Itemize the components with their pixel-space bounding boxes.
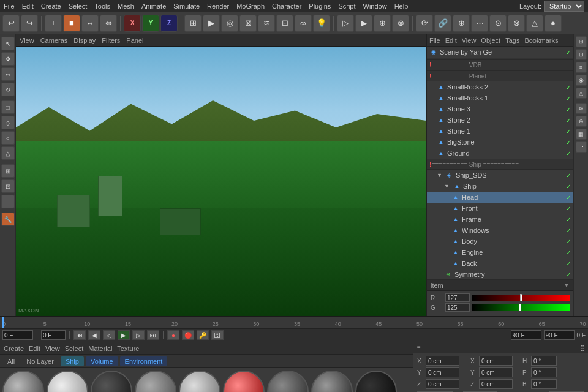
p-rot-field[interactable] [531,368,557,377]
obj-smallrocks1[interactable]: ▲ SmallRocks 1 ✓ [427,92,573,104]
redo-button[interactable]: ↪ [21,15,38,32]
obj-smallrocks2[interactable]: ▲ SmallRocks 2 ✓ [427,81,573,92]
obj-ground[interactable]: ▲ Ground ✓ [427,148,573,159]
obj-frame[interactable]: ▲ Frame ✓ [427,214,573,225]
menu-script[interactable]: Script [338,2,355,10]
mat-ball-2[interactable] [91,371,132,392]
r-slider[interactable] [472,295,570,301]
mat-menu-create[interactable]: Create [4,345,24,352]
obj-body[interactable]: ▲ Body ✓ [427,236,573,247]
animate7[interactable]: △ [526,15,543,32]
obj-ship-sds[interactable]: ▼ ◈ Ship_SDS ✓ [427,170,573,181]
layout-select[interactable]: Startup [544,1,584,12]
undo-button[interactable]: ↩ [2,15,20,32]
h-rot-field[interactable] [531,356,557,366]
y-size-field[interactable] [479,368,513,377]
mat-tab-volume[interactable]: Volume [86,356,118,366]
tool3[interactable]: ◎ [221,15,238,32]
current-frame-field[interactable] [41,330,66,340]
tool5[interactable]: ≋ [258,15,275,32]
timeline-ruler[interactable]: 0 5 10 15 20 25 30 35 40 45 50 55 60 65 … [0,317,588,329]
menu-animate[interactable]: Animate [141,2,166,10]
obj-stone3[interactable]: ▲ Stone 3 ✓ [427,104,573,115]
render4[interactable]: ⊗ [392,15,409,32]
animate3[interactable]: ⊕ [453,15,470,32]
animate5[interactable]: ⊙ [489,15,507,32]
key-sel[interactable]: ⚿ [211,330,224,340]
tool7[interactable]: ∞ [295,15,312,32]
y-pos-field[interactable] [426,368,459,377]
mat-menu-view[interactable]: View [45,345,60,352]
mat-tab-all[interactable]: All [2,356,20,366]
viewport-tab-cameras[interactable]: Cameras [40,37,68,44]
playhead[interactable] [2,317,4,328]
z-pos-field[interactable] [426,379,459,389]
lt-select[interactable]: ↖ [1,37,15,50]
mat-ball-4[interactable] [179,371,221,392]
obj-scene[interactable]: ◉ Scene by Yan Ge ✓ [427,47,573,58]
mat-menu-edit[interactable]: Edit [29,345,40,352]
viewport-tab-panel[interactable]: Panel [126,37,143,44]
menu-help[interactable]: Help [394,2,409,10]
menu-edit[interactable]: Edit [22,2,34,10]
mat-menu-texture[interactable]: Texture [117,345,139,352]
r-field[interactable] [445,293,470,302]
animate8[interactable]: ● [545,15,562,32]
rp-bookmarks[interactable]: Bookmarks [524,37,558,44]
ri-btn3[interactable]: ≡ [576,62,587,73]
x-size-field[interactable] [479,356,513,366]
axis-z[interactable]: Z [160,15,178,32]
g-field[interactable] [445,303,470,312]
play-back[interactable]: ◁ [103,330,115,340]
menu-render[interactable]: Render [207,2,229,10]
ri-btn1[interactable]: ⊞ [576,36,587,47]
lt-scale[interactable]: ⇔ [1,67,15,81]
obj-head[interactable]: ▲ Head ✓ [427,192,573,203]
r-thumb[interactable] [520,294,522,301]
ri-btn9[interactable]: ⋯ [576,141,587,153]
ri-btn2[interactable]: ⊡ [576,49,587,60]
render2[interactable]: ▶ [355,15,372,32]
key-all[interactable]: 🔑 [197,330,209,340]
z-size-field[interactable] [479,379,513,389]
rp-edit[interactable]: Edit [445,37,457,44]
lt-move[interactable]: ✥ [1,52,15,66]
tool2[interactable]: ▶ [203,15,220,32]
lt-tool3[interactable]: ○ [1,131,15,145]
render3[interactable]: ⊕ [374,15,391,32]
rp-view[interactable]: View [462,37,477,44]
obj-back[interactable]: ▲ Back ✓ [427,258,573,269]
lt-tool1[interactable]: □ [1,100,15,114]
obj-windows[interactable]: ▲ Windows ✓ [427,225,573,236]
mat-tab-ship[interactable]: Ship [61,356,84,366]
menu-simulate[interactable]: Simulate [173,2,200,10]
mat-ball-6[interactable] [267,371,309,392]
lt-tool2[interactable]: ◇ [1,116,15,129]
axis-x[interactable]: X [124,15,141,32]
b-rot-field[interactable] [531,379,557,389]
animate1[interactable]: ⟳ [416,15,433,32]
animate4[interactable]: ⋯ [471,15,488,32]
obj-bigstone[interactable]: ▲ BigStone ✓ [427,137,573,148]
prev-frame[interactable]: ◀ [88,330,100,340]
x-pos-field[interactable] [426,356,459,366]
viewport-tab-filters[interactable]: Filters [102,37,120,44]
lt-tool4[interactable]: △ [1,146,15,160]
ri-btn6[interactable]: ⊗ [576,103,587,114]
animate2[interactable]: 🔗 [434,15,451,32]
menu-window[interactable]: Window [363,2,387,10]
obj-stone2[interactable]: ▲ Stone 2 ✓ [427,115,573,126]
mat-tab-environment[interactable]: Environment [120,356,168,366]
g-thumb[interactable] [519,304,521,311]
mat-ball-0[interactable] [2,371,44,392]
obj-symmetry1[interactable]: ⊕ Symmetry ✓ [427,269,573,279]
play-forward[interactable]: ▶ [118,330,130,340]
g-slider[interactable] [472,304,570,311]
move-button[interactable]: ↔ [81,15,99,32]
mat-tab-nolayer[interactable]: No Layer [21,356,59,366]
mat-menu-material[interactable]: Material [88,345,112,352]
lt-rotate[interactable]: ↻ [1,83,15,96]
obj-ship[interactable]: ▼ ▲ Ship ✓ [427,181,573,192]
menu-plugins[interactable]: Plugins [309,2,331,10]
obj-stone1[interactable]: ▲ Stone 1 ✓ [427,126,573,137]
